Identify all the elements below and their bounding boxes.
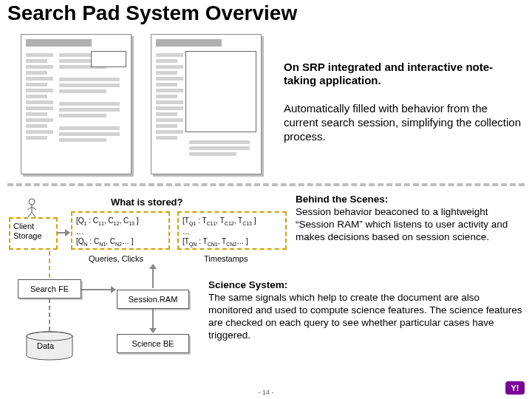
timestamps-line-3: [TQN : TCN1, TCN2… ] — [183, 236, 282, 248]
section-divider — [7, 183, 525, 186]
caption-queries: Queries, Clicks — [89, 254, 143, 263]
connector-client-to-qc — [58, 232, 69, 233]
timestamps-box: [TQ1 : TC11, TC12, TC13 ] … [TQN : TCN1,… — [177, 211, 287, 250]
connector-ram-to-be — [152, 309, 154, 332]
svg-line-4 — [28, 212, 32, 217]
node-session-ram: Session.RAM — [117, 290, 189, 309]
search-pad-widget-small — [91, 51, 126, 67]
science-system-text: Science System: The same signals which h… — [208, 279, 526, 341]
queries-line-1: [Q1 : C11, C12, C13 ] — [76, 216, 165, 227]
description-sub: Automatically filled with behavior from … — [284, 102, 522, 143]
svg-line-2 — [27, 207, 32, 210]
behind-body: Session behavior beaconed to a lightweig… — [296, 206, 508, 242]
svg-line-3 — [32, 207, 36, 210]
user-icon — [27, 198, 37, 217]
behind-scenes-text: Behind the Scenes: Session behavior beac… — [296, 194, 525, 244]
behind-heading: Behind the Scenes: — [296, 194, 388, 205]
caption-timestamps: Timestamps — [204, 254, 248, 263]
science-heading: Science System: — [208, 279, 287, 290]
page-number: - 14 - — [0, 389, 532, 396]
mock-srp-page-1 — [21, 34, 132, 174]
description-main: On SRP integrated and interactive note-t… — [284, 61, 519, 87]
queries-line-2: … — [76, 227, 165, 236]
node-search-fe: Search FE — [18, 279, 81, 299]
connector-ram-to-storage — [152, 265, 154, 288]
yahoo-logo-icon: Y! — [505, 381, 525, 395]
connector-fe-to-data — [49, 299, 50, 331]
svg-text:Y!: Y! — [511, 383, 519, 392]
search-pad-widget-large — [185, 51, 256, 132]
mock-srp-page-2 — [151, 34, 262, 174]
connector-fe-to-ram — [81, 289, 115, 290]
timestamps-line-2: … — [183, 227, 282, 236]
client-storage-box: Client Storage — [9, 217, 58, 250]
svg-point-0 — [29, 199, 35, 205]
science-body: The same signals which help to create th… — [208, 292, 522, 341]
stored-heading: What is stored? — [111, 197, 183, 208]
timestamps-line-1: [TQ1 : TC11, TC12, TC13 ] — [183, 216, 282, 227]
slide-title: Search Pad System Overview — [7, 1, 297, 25]
queries-clicks-box: [Q1 : C11, C12, C13 ] … [QN : CN1, CN2… … — [71, 211, 170, 250]
queries-line-3: [QN : CN1, CN2… ] — [76, 236, 165, 248]
slide-title-wrap: Search Pad System Overview — [4, 1, 300, 27]
connector-storage-to-fe — [49, 251, 50, 278]
svg-line-5 — [32, 212, 35, 217]
node-data-label: Data — [37, 341, 54, 350]
